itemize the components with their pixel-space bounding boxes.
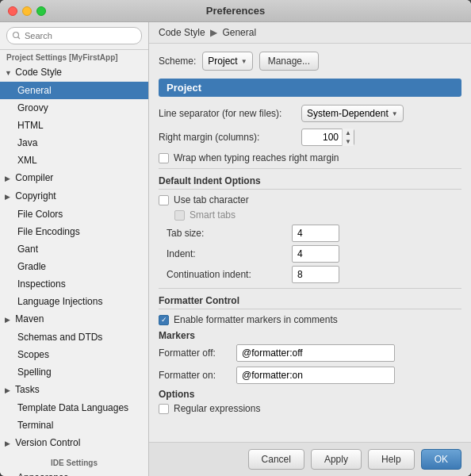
expand-arrow-compiler: ▶	[5, 171, 13, 186]
expand-arrow-tasks: ▶	[5, 383, 13, 397]
enable-formatter-label: Enable formatter markers in comments	[174, 314, 338, 325]
line-separator-value: System-Dependent	[307, 108, 389, 119]
wrap-label: Wrap when typing reaches right margin	[174, 152, 339, 163]
sidebar-item-scopes[interactable]: Scopes	[0, 346, 148, 363]
bottom-bar: Cancel Apply Help OK	[149, 442, 471, 476]
breadcrumb-part1: Code Style	[159, 27, 205, 38]
divider-2	[159, 288, 461, 289]
sidebar-item-html[interactable]: HTML	[0, 117, 148, 134]
sidebar-item-tasks[interactable]: ▶ Tasks	[0, 381, 148, 399]
main-panel: Code Style ▶ General Scheme: Project ▼ M…	[149, 22, 471, 476]
markers-label: Markers	[159, 330, 461, 341]
sidebar-item-xml[interactable]: XML	[0, 152, 148, 169]
right-margin-input[interactable]	[302, 132, 342, 143]
tab-size-input[interactable]	[292, 225, 339, 242]
sidebar-item-language-injections[interactable]: Language Injections	[0, 293, 148, 310]
minimize-button[interactable]	[22, 6, 32, 16]
line-separator-select[interactable]: System-Dependent ▼	[301, 105, 404, 122]
indent-input[interactable]	[292, 245, 339, 263]
line-separator-label: Line separator (for new files):	[159, 108, 301, 119]
right-margin-spinners: ▲ ▼	[342, 129, 354, 146]
line-separator-row: Line separator (for new files): System-D…	[159, 105, 461, 122]
regular-expressions-label: Regular expressions	[174, 403, 260, 414]
content-area: Project Settings [MyFirstApp] ▼ Code Sty…	[0, 22, 471, 476]
scheme-row: Scheme: Project ▼ Manage...	[159, 52, 461, 71]
ide-settings-label: IDE Settings	[0, 454, 148, 469]
formatter-on-label: Formatter on:	[159, 370, 230, 381]
expand-arrow-maven: ▶	[5, 313, 13, 327]
regular-expressions-checkbox[interactable]	[159, 404, 169, 414]
sidebar-item-java[interactable]: Java	[0, 134, 148, 152]
continuation-label: Continuation indent:	[167, 266, 285, 283]
breadcrumb-part2: General	[222, 27, 256, 38]
formatter-off-row: Formatter off:	[159, 344, 461, 362]
enable-formatter-row: Enable formatter markers in comments	[159, 314, 461, 325]
breadcrumb-arrow: ▶	[210, 27, 217, 38]
sidebar-item-schemas[interactable]: Schemas and DTDs	[0, 328, 148, 346]
sidebar-item-version-control[interactable]: ▶ Version Control	[0, 434, 148, 452]
breadcrumb: Code Style ▶ General	[149, 22, 471, 44]
formatter-on-row: Formatter on:	[159, 367, 461, 384]
tab-size-label: Tab size:	[167, 225, 285, 242]
preferences-window: Preferences Project Settings [MyFirstApp…	[0, 0, 471, 476]
sidebar-item-gradle[interactable]: Gradle	[0, 258, 148, 275]
project-settings-label: Project Settings [MyFirstApp]	[0, 50, 148, 63]
sidebar-item-file-encodings[interactable]: File Encodings	[0, 223, 148, 240]
sidebar-item-groovy[interactable]: Groovy	[0, 99, 148, 117]
search-input[interactable]	[6, 27, 142, 44]
sidebar-item-gant[interactable]: Gant	[0, 240, 148, 258]
traffic-lights	[8, 6, 46, 16]
use-tab-row: Use tab character	[159, 194, 461, 205]
project-box: Project	[159, 79, 461, 97]
right-margin-row: Right margin (columns): ▲ ▼	[159, 129, 461, 146]
sidebar-item-copyright[interactable]: ▶ Copyright	[0, 187, 148, 205]
scheme-value: Project	[208, 56, 237, 67]
search-box	[0, 22, 148, 50]
sidebar-item-maven[interactable]: ▶ Maven	[0, 310, 148, 328]
use-tab-label: Use tab character	[174, 194, 249, 205]
window-title: Preferences	[206, 5, 265, 17]
sidebar-item-spelling[interactable]: Spelling	[0, 363, 148, 381]
options-label: Options	[159, 389, 461, 400]
cancel-button[interactable]: Cancel	[248, 449, 304, 470]
smart-tabs-checkbox[interactable]	[174, 210, 185, 221]
manage-button[interactable]: Manage...	[259, 52, 319, 71]
formatter-control-title: Formatter Control	[159, 295, 461, 309]
spin-up[interactable]: ▲	[343, 129, 354, 137]
sidebar-item-code-style[interactable]: ▼ Code Style	[0, 63, 148, 82]
right-margin-label: Right margin (columns):	[159, 132, 301, 143]
indent-label: Indent:	[167, 245, 285, 263]
divider-1	[159, 168, 461, 169]
title-bar: Preferences	[0, 0, 471, 22]
scheme-dropdown-arrow: ▼	[241, 58, 247, 65]
scheme-label: Scheme:	[159, 56, 196, 67]
sidebar: Project Settings [MyFirstApp] ▼ Code Sty…	[0, 22, 149, 476]
formatter-on-input[interactable]	[236, 367, 395, 384]
formatter-off-label: Formatter off:	[159, 347, 230, 359]
sidebar-item-compiler[interactable]: ▶ Compiler	[0, 169, 148, 187]
indent-grid: Tab size: Indent: Continuation indent:	[167, 225, 461, 283]
close-button[interactable]	[8, 6, 17, 16]
continuation-input[interactable]	[292, 266, 339, 283]
sidebar-item-general[interactable]: General	[0, 82, 148, 99]
settings-content: Scheme: Project ▼ Manage... Project Line…	[149, 44, 471, 442]
sidebar-item-file-colors[interactable]: File Colors	[0, 205, 148, 223]
sidebar-item-terminal[interactable]: Terminal	[0, 416, 148, 434]
expand-arrow: ▼	[5, 66, 13, 80]
maximize-button[interactable]	[36, 6, 46, 16]
help-button[interactable]: Help	[368, 449, 415, 470]
regular-expressions-row: Regular expressions	[159, 403, 461, 414]
sidebar-item-inspections[interactable]: Inspections	[0, 275, 148, 293]
spin-down[interactable]: ▼	[343, 137, 354, 146]
wrap-row: Wrap when typing reaches right margin	[159, 152, 461, 163]
wrap-checkbox[interactable]	[159, 153, 169, 163]
sidebar-item-template-data[interactable]: Template Data Languages	[0, 399, 148, 416]
enable-formatter-checkbox[interactable]	[159, 315, 169, 325]
smart-tabs-label: Smart tabs	[190, 209, 236, 221]
use-tab-checkbox[interactable]	[159, 195, 169, 205]
scheme-select[interactable]: Project ▼	[202, 52, 252, 71]
apply-button[interactable]: Apply	[311, 449, 362, 470]
sidebar-item-appearance[interactable]: Appearance	[0, 469, 148, 476]
formatter-off-input[interactable]	[236, 344, 395, 362]
ok-button[interactable]: OK	[421, 449, 461, 470]
